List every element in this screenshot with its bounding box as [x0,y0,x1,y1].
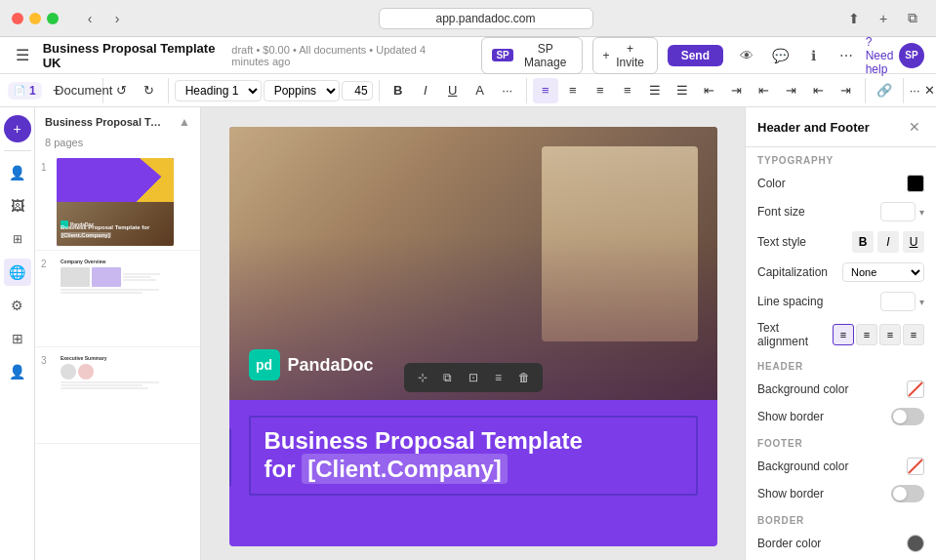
indent-dec-button[interactable]: ⇤ [697,78,722,103]
field-insert-icon[interactable]: ⊞ [4,225,31,253]
indent2-inc-button[interactable]: ⇥ [779,78,804,103]
info-icon[interactable]: ℹ [799,42,827,69]
header-bg-color-label: Background color [757,382,848,396]
canvas-area: pd PandaDoc ⊹ ⧉ ⊡ ≡ 🗑 Busines [201,107,745,560]
indent4-button[interactable]: ⇥ [834,78,859,103]
delete-icon[interactable]: 🗑 [513,367,535,388]
align-left-btn[interactable]: ≡ [833,324,854,345]
chat-icon[interactable]: 💬 [766,42,794,69]
line-spacing-field[interactable]: 1.5 [880,292,916,311]
heading-style-select[interactable]: Heading 1 [175,80,262,101]
line-spacing-chevron[interactable]: ▾ [919,297,924,307]
indent-inc-button[interactable]: ⇥ [724,78,750,103]
user-fields-icon[interactable]: 👤 [4,159,31,186]
windows-button[interactable]: ⧉ [901,7,924,30]
menu-icon[interactable]: ☰ [12,44,33,67]
page-group: 📄 1 + Document [8,78,103,103]
logo-area: pd PandaDoc [249,349,374,380]
font-size-chevron[interactable]: ▾ [919,207,924,218]
collapse-icon[interactable]: ▲ [179,115,190,129]
forward-button[interactable]: › [105,7,129,30]
align-right-btn[interactable]: ≡ [879,324,901,345]
document-button[interactable]: Document [71,78,97,103]
indent2-dec-button[interactable]: ⇤ [752,78,777,103]
layout-icon[interactable]: ≡ [488,367,509,388]
panel-close-button[interactable]: ✕ [905,117,924,137]
page-thumb-2[interactable]: 2 Company Overview [35,251,200,347]
align-center-btn[interactable]: ≡ [856,324,877,345]
traffic-lights [12,13,59,24]
page-preview-1: PandaDoc Business Proposal Template for … [57,158,174,246]
move-icon[interactable]: ⊹ [412,367,433,388]
topnav-icons: 👁 💬 ℹ ⋯ ? Need help SP [733,42,924,69]
font-select[interactable]: Poppins [264,80,340,101]
close-traffic-light[interactable] [12,13,23,24]
color-button[interactable]: A [468,78,493,103]
align-center-button[interactable]: ≡ [560,78,586,103]
border-color-swatch[interactable] [907,535,924,552]
footer-bg-color-label: Background color [757,460,848,473]
header-border-toggle[interactable] [891,408,924,425]
need-help-button[interactable]: ? Need help [866,42,893,69]
underline-format-button[interactable]: U [903,231,924,253]
user-avatar[interactable]: SP [899,43,924,68]
bold-format-button[interactable]: B [852,231,874,253]
url-bar[interactable]: app.pandadoc.com [379,8,593,29]
text-alignment-label: Text alignment [757,321,833,348]
header-footer-panel: Header and Footer ✕ TYPOGRAPHY Color Fon… [745,107,936,560]
align-left-button[interactable]: ≡ [533,78,558,103]
more-icon[interactable]: ⋯ [833,42,860,69]
align-justify-button[interactable]: ≡ [615,78,640,103]
color-swatch[interactable] [907,175,924,192]
preview-icon[interactable]: 👁 [733,42,760,69]
more-toolbar-button[interactable]: ··· [910,78,920,103]
new-tab-button[interactable]: + [872,7,895,30]
page-thumb-1[interactable]: 1 PandaDoc Business Proposal Template fo… [35,154,200,251]
selection-handle[interactable] [229,428,231,487]
contact-icon-btn[interactable]: 👤 [4,358,31,385]
font-size-input[interactable] [342,81,373,100]
undo-button[interactable]: ↺ [109,78,135,103]
link-button[interactable]: 🔗 [872,78,897,103]
italic-button[interactable]: I [413,78,438,103]
more-format-button[interactable]: ··· [495,78,520,103]
manage-button[interactable]: SP SP Manage [481,37,582,74]
font-size-field[interactable]: 11 [880,202,916,221]
italic-format-button[interactable]: I [877,231,899,253]
align-right-button[interactable]: ≡ [588,78,613,103]
list-ol-button[interactable]: ☰ [670,78,695,103]
text-block[interactable]: Business Proposal Template for [Client.C… [249,416,698,496]
send-button[interactable]: Send [668,45,723,66]
indent3-button[interactable]: ⇤ [806,78,832,103]
close-toolbar-button[interactable]: ✕ [924,78,935,103]
align-justify-btn[interactable]: ≡ [903,324,924,345]
copy-icon[interactable]: ⧉ [437,367,459,388]
resize-icon[interactable]: ⊡ [463,367,484,388]
capitalization-select[interactable]: None Uppercase Lowercase [842,262,924,282]
share-button[interactable]: ⬆ [842,7,866,30]
titlebar-right: ⬆ + ⧉ [842,7,924,30]
list-ul-button[interactable]: ☰ [642,78,668,103]
page-document: pd PandaDoc ⊹ ⧉ ⊡ ≡ 🗑 Busines [229,127,717,546]
page-thumb-3[interactable]: 3 Executive Summary [35,347,200,444]
settings-icon-btn[interactable]: ⚙ [4,292,31,319]
border-section-label: BORDER [746,507,936,530]
text-style-row: Text style B I U [746,226,936,258]
fullscreen-traffic-light[interactable] [47,13,59,24]
page-num-2: 2 [41,259,51,269]
underline-button[interactable]: U [440,78,466,103]
add-element-icon-button[interactable]: + [4,115,31,142]
invite-button[interactable]: + + Invite [592,37,658,74]
minimize-traffic-light[interactable] [29,13,41,24]
footer-border-toggle[interactable] [891,485,924,502]
bold-button[interactable]: B [386,78,411,103]
page-preview-2: Company Overview [57,255,174,342]
footer-bg-color-swatch[interactable] [907,458,924,475]
globe-icon-btn[interactable]: 🌐 [4,259,31,286]
back-button[interactable]: ‹ [78,7,102,30]
redo-button[interactable]: ↻ [137,78,162,103]
image-insert-icon[interactable]: 🖼 [4,192,31,220]
header-bg-color-swatch[interactable] [907,380,924,398]
url-text: app.pandadoc.com [435,12,535,25]
table-icon-btn[interactable]: ⊞ [4,325,31,352]
